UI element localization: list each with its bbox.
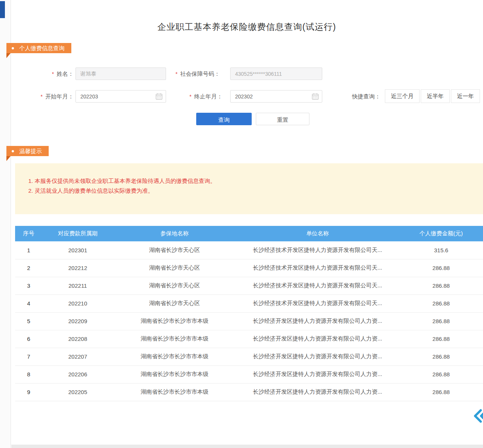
start-month-label: *开始年月：: [30, 93, 74, 100]
end-month-label: *终止年月：: [189, 93, 222, 100]
column-header-region: 参保地名称: [113, 226, 236, 241]
required-asterisk: *: [175, 71, 177, 77]
cell-period: 202206: [42, 365, 113, 383]
section-badge-tips: 温馨提示: [6, 146, 49, 156]
table-row: 1202301湖南省长沙市天心区长沙经济技术开发区捷特人力资源开发有限公司天..…: [15, 241, 483, 259]
start-month-field: [75, 90, 166, 103]
bullet-dot: [12, 47, 14, 49]
section-badge-query: 个人缴费信息查询: [6, 43, 71, 53]
required-asterisk: *: [189, 94, 191, 100]
table-row: 5202209湖南省长沙市长沙市市本级长沙经济开发区捷特人力资源开发有限公司人力…: [15, 312, 483, 330]
name-label: *姓名：: [30, 71, 74, 78]
cell-company: 长沙经济开发区捷特人力资源开发有限公司人力资...: [236, 312, 399, 330]
end-month-input[interactable]: [230, 90, 322, 103]
cell-region: 湖南省长沙市天心区: [113, 295, 236, 312]
column-header-amount: 个人缴费金额(元): [399, 226, 483, 241]
cell-period: 202207: [42, 348, 113, 365]
cell-region: 湖南省长沙市天心区: [113, 259, 236, 277]
cell-amount: 286.88: [399, 277, 483, 295]
cell-index: 2: [15, 259, 42, 277]
quick-query-group: 近三个月 近半年 近一年: [385, 89, 480, 103]
calendar-icon[interactable]: [312, 93, 319, 100]
cell-region: 湖南省长沙市天心区: [113, 277, 236, 295]
horizontal-scrollbar-track[interactable]: [11, 445, 483, 448]
cell-company: 长沙经济技术开发区捷特人力资源开发有限公司天...: [236, 295, 399, 312]
cell-index: 3: [15, 277, 42, 295]
cell-index: 4: [15, 295, 42, 312]
cell-region: 湖南省长沙市长沙市市本级: [113, 348, 236, 365]
tips-line: 2. 灵活就业人员的缴费单位信息以实际缴费为准。: [28, 186, 475, 196]
collapse-double-chevron-icon[interactable]: [472, 408, 483, 424]
payments-table-head: 序号对应费款所属期参保地名称单位名称个人缴费金额(元): [15, 226, 483, 241]
cell-company: 长沙经济开发区捷特人力资源开发有限公司人力资...: [236, 330, 399, 348]
left-sidebar-strip: [0, 0, 11, 448]
payments-table: 序号对应费款所属期参保地名称单位名称个人缴费金额(元) 1202301湖南省长沙…: [15, 226, 483, 401]
cell-index: 7: [15, 348, 42, 365]
cell-period: 202208: [42, 330, 113, 348]
column-header-period: 对应费款所属期: [42, 226, 113, 241]
cell-region: 湖南省长沙市长沙市市本级: [113, 365, 236, 383]
table-row: 7202207湖南省长沙市长沙市市本级长沙经济开发区捷特人力资源开发有限公司人力…: [15, 348, 483, 365]
cell-period: 202210: [42, 295, 113, 312]
cell-period: 202301: [42, 241, 113, 259]
required-asterisk: *: [41, 94, 43, 100]
quick-query-label: 快捷查询：: [352, 93, 380, 100]
section-badge-query-label: 个人缴费信息查询: [19, 43, 65, 53]
query-button[interactable]: 查询: [196, 113, 252, 125]
tips-line: 1. 本服务仅提供尚未领取企业职工基本养老保险待遇人员的缴费信息查询。: [28, 176, 475, 186]
table-row: 6202208湖南省长沙市长沙市市本级长沙经济开发区捷特人力资源开发有限公司人力…: [15, 330, 483, 348]
cell-index: 9: [15, 383, 42, 401]
cell-company: 长沙经济技术开发区捷特人力资源开发有限公司天...: [236, 277, 399, 295]
page-title: 企业职工基本养老保险缴费信息查询(试运行): [11, 21, 483, 33]
cell-period: 202212: [42, 259, 113, 277]
cell-company: 长沙经济技术开发区捷特人力资源开发有限公司天...: [236, 259, 399, 277]
cell-amount: 286.88: [399, 295, 483, 312]
sidebar-collapsed-tab[interactable]: [0, 1, 5, 18]
cell-period: 202209: [42, 312, 113, 330]
cell-amount: 315.6: [399, 241, 483, 259]
cell-period: 202211: [42, 277, 113, 295]
cell-index: 1: [15, 241, 42, 259]
cell-company: 长沙经济开发区捷特人力资源开发有限公司人力资...: [236, 383, 399, 401]
table-row: 9202205湖南省长沙市长沙市市本级长沙经济开发区捷特人力资源开发有限公司人力…: [15, 383, 483, 401]
cell-index: 5: [15, 312, 42, 330]
quick-btn-last-3-months[interactable]: 近三个月: [385, 89, 420, 103]
cell-period: 202205: [42, 383, 113, 401]
cell-amount: 286.88: [399, 259, 483, 277]
ssn-input[interactable]: [230, 68, 322, 80]
table-row: 4202210湖南省长沙市天心区长沙经济技术开发区捷特人力资源开发有限公司天..…: [15, 295, 483, 312]
column-header-index: 序号: [15, 226, 42, 241]
section-badge-tips-label: 温馨提示: [19, 146, 42, 156]
cell-amount: 286.88: [399, 330, 483, 348]
table-header-row: 序号对应费款所属期参保地名称单位名称个人缴费金额(元): [15, 226, 483, 241]
pension-query-page: 企业职工基本养老保险缴费信息查询(试运行) 个人缴费信息查询 *姓名： *社会保…: [0, 0, 483, 448]
end-month-field: [230, 90, 322, 103]
cell-amount: 286.88: [399, 348, 483, 365]
column-header-company: 单位名称: [236, 226, 399, 241]
calendar-icon[interactable]: [155, 93, 163, 100]
cell-region: 湖南省长沙市长沙市市本级: [113, 383, 236, 401]
start-month-input[interactable]: [75, 90, 166, 103]
table-row: 2202212湖南省长沙市天心区长沙经济技术开发区捷特人力资源开发有限公司天..…: [15, 259, 483, 277]
cell-index: 8: [15, 365, 42, 383]
quick-btn-last-year[interactable]: 近一年: [451, 89, 480, 103]
cell-index: 6: [15, 330, 42, 348]
cell-amount: 286.88: [399, 383, 483, 401]
required-asterisk: *: [52, 71, 54, 77]
table-row: 3202211湖南省长沙市天心区长沙经济技术开发区捷特人力资源开发有限公司天..…: [15, 277, 483, 295]
cell-amount: 286.88: [399, 365, 483, 383]
quick-btn-last-half-year[interactable]: 近半年: [421, 89, 450, 103]
cell-region: 湖南省长沙市天心区: [113, 241, 236, 259]
ssn-label: *社会保障号码：: [175, 71, 220, 78]
tips-notice-box: 1. 本服务仅提供尚未领取企业职工基本养老保险待遇人员的缴费信息查询。 2. 灵…: [15, 163, 483, 214]
cell-amount: 286.88: [399, 312, 483, 330]
table-row: 8202206湖南省长沙市长沙市市本级长沙经济开发区捷特人力资源开发有限公司人力…: [15, 365, 483, 383]
cell-company: 长沙经济开发区捷特人力资源开发有限公司人力资...: [236, 348, 399, 365]
cell-company: 长沙经济开发区捷特人力资源开发有限公司人力资...: [236, 365, 399, 383]
name-input[interactable]: [75, 68, 166, 80]
reset-button[interactable]: 重置: [256, 113, 309, 125]
cell-region: 湖南省长沙市长沙市市本级: [113, 330, 236, 348]
bullet-dot: [12, 150, 14, 152]
cell-company: 长沙经济技术开发区捷特人力资源开发有限公司天...: [236, 241, 399, 259]
cell-region: 湖南省长沙市长沙市市本级: [113, 312, 236, 330]
